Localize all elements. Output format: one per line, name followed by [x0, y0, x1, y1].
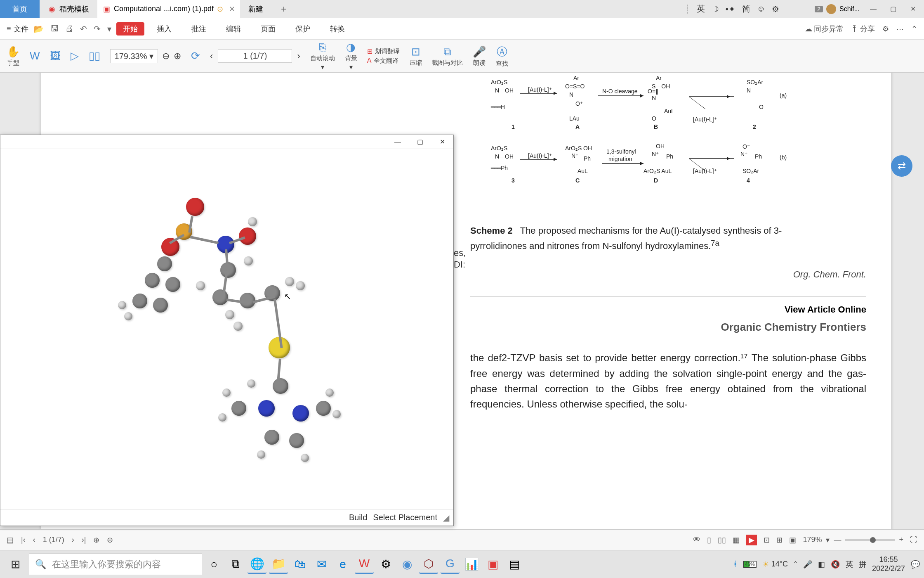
- tab-templates[interactable]: ◉ 稻壳模板: [40, 0, 97, 18]
- dropdown-icon[interactable]: ▾: [107, 24, 111, 34]
- tray-volume-icon[interactable]: 🔇: [831, 560, 840, 569]
- read-mode[interactable]: ▯▯: [89, 50, 100, 62]
- next-page-icon[interactable]: ›: [297, 51, 300, 62]
- taskview-icon[interactable]: ⧉: [226, 555, 245, 574]
- app3-icon[interactable]: ▣: [483, 555, 502, 574]
- mol-close-button[interactable]: ✕: [433, 136, 452, 148]
- new-tab-button[interactable]: +: [276, 1, 292, 17]
- smile-icon[interactable]: ☺: [757, 4, 765, 14]
- gaussview-icon[interactable]: G: [441, 555, 460, 574]
- zoom-out-status-icon[interactable]: —: [834, 535, 841, 544]
- undo-icon[interactable]: ↶: [80, 24, 87, 34]
- eye-icon[interactable]: 👁: [693, 535, 700, 544]
- ime-lang2[interactable]: 简: [742, 3, 750, 14]
- minimize-button[interactable]: —: [864, 1, 883, 17]
- tab-home[interactable]: 首页: [0, 0, 40, 18]
- sync-status[interactable]: ☁同步异常: [805, 24, 844, 34]
- app1-icon[interactable]: ◉: [398, 555, 417, 574]
- first-page-icon[interactable]: |‹: [21, 535, 26, 544]
- notification-icon[interactable]: 💬: [911, 560, 920, 569]
- more-icon[interactable]: ⋯: [896, 24, 904, 33]
- tab-pdf[interactable]: ▣ Computational ...i.com) (1).pdf ⊙ ✕: [97, 0, 240, 18]
- zoom-value[interactable]: 179.33% ▾: [110, 49, 158, 63]
- chemdraw-icon[interactable]: ⬡: [419, 555, 438, 574]
- collapse-icon[interactable]: ⌃: [911, 24, 917, 33]
- ime-lang1[interactable]: 英: [697, 3, 705, 14]
- menu-convert[interactable]: 转换: [323, 24, 352, 34]
- store-icon[interactable]: 🛍: [290, 555, 309, 574]
- gear-icon[interactable]: ⚙: [772, 4, 779, 14]
- wps-icon[interactable]: W: [355, 555, 374, 574]
- mail-icon[interactable]: ✉: [312, 555, 331, 574]
- settings-tb-icon[interactable]: ⚙: [376, 555, 395, 574]
- share-button[interactable]: ⭱分享: [851, 24, 875, 34]
- autoscroll-tool[interactable]: ⎘自动滚动▾: [310, 41, 335, 71]
- bluetooth-icon[interactable]: ᚼ: [733, 560, 738, 569]
- view2-icon[interactable]: ▯▯: [718, 535, 726, 545]
- tool1-icon[interactable]: ⊡: [764, 535, 770, 545]
- close-button[interactable]: ✕: [903, 1, 922, 17]
- menu-insert[interactable]: 插入: [149, 24, 179, 34]
- settings-icon[interactable]: ⚙: [882, 24, 889, 33]
- play-status-icon[interactable]: ▶: [746, 535, 757, 545]
- menu-protect[interactable]: 保护: [288, 24, 318, 34]
- prev-page-status-icon[interactable]: ‹: [33, 535, 35, 544]
- menu-edit[interactable]: 编辑: [219, 24, 248, 34]
- edge-icon[interactable]: 🌐: [248, 555, 266, 574]
- tray-arrow-icon[interactable]: ˄: [794, 560, 797, 569]
- tab-close-icon[interactable]: ✕: [229, 5, 235, 14]
- full-trans-tool[interactable]: A全文翻译: [367, 57, 400, 65]
- menu-annotate[interactable]: 批注: [184, 24, 214, 34]
- tray-ime-en[interactable]: 英: [846, 559, 853, 569]
- ime-dots[interactable]: •✦: [726, 4, 735, 14]
- background-tool[interactable]: ◑背景▾: [345, 41, 357, 71]
- tray-ime-pin[interactable]: 拼: [859, 559, 866, 569]
- tool3-icon[interactable]: ▣: [789, 535, 796, 545]
- maximize-button[interactable]: ▢: [884, 1, 903, 17]
- battery-indicator[interactable]: 46%: [743, 561, 757, 568]
- zoom-slider-thumb[interactable]: [870, 537, 876, 543]
- mol-select-button[interactable]: Select Placement: [373, 513, 437, 522]
- status-page[interactable]: 1 (1/7): [43, 535, 64, 544]
- compress-tool[interactable]: ⊡压缩: [410, 45, 422, 67]
- tool2-icon[interactable]: ⊞: [776, 535, 783, 545]
- profile-area[interactable]: 2 Schif...: [811, 4, 864, 14]
- explorer-icon[interactable]: 📁: [269, 555, 288, 574]
- last-page-icon[interactable]: ›|: [82, 535, 86, 544]
- tray-mic-icon[interactable]: 🎤: [803, 560, 812, 569]
- menu-start[interactable]: 开始: [116, 22, 144, 36]
- zoom-out-icon[interactable]: ⊖: [162, 51, 170, 62]
- clock[interactable]: 16:55 2022/2/27: [872, 555, 905, 573]
- cortana-icon[interactable]: ○: [205, 555, 224, 574]
- status-zoom-value[interactable]: 179%: [803, 535, 822, 544]
- hand-tool[interactable]: ✋手型: [7, 45, 20, 67]
- fullscreen-icon[interactable]: ⛶: [910, 535, 917, 544]
- floating-translate-button[interactable]: ⇄: [891, 155, 912, 177]
- app4-icon[interactable]: ▤: [505, 555, 524, 574]
- mol-maximize-button[interactable]: ▢: [410, 136, 429, 148]
- jump-out-icon[interactable]: ⊖: [107, 535, 113, 545]
- jump-icon[interactable]: ⊕: [93, 535, 99, 545]
- zoom-in-icon[interactable]: ⊕: [174, 51, 181, 62]
- readaloud-tool[interactable]: 🎤朗读: [473, 45, 486, 67]
- taskbar-search[interactable]: 🔍 在这里输入你要搜索的内容: [29, 554, 202, 575]
- menu-page[interactable]: 页面: [253, 24, 283, 34]
- mol-canvas[interactable]: ↖: [0, 149, 453, 509]
- mol-minimize-button[interactable]: —: [388, 136, 407, 148]
- print-icon[interactable]: 🖨: [65, 24, 73, 33]
- rotate-tool[interactable]: ⟳: [191, 50, 200, 62]
- open-icon[interactable]: 📂: [33, 24, 44, 34]
- mol-resize-icon[interactable]: ◢: [443, 513, 449, 523]
- mol-build-button[interactable]: Build: [349, 513, 367, 522]
- weather-indicator[interactable]: ☀14°C: [762, 560, 788, 569]
- app2-icon[interactable]: 📊: [462, 555, 481, 574]
- view1-icon[interactable]: ▯: [707, 535, 711, 545]
- sidebar-toggle-icon[interactable]: ▤: [7, 535, 14, 545]
- mol-titlebar[interactable]: — ▢ ✕: [0, 135, 453, 149]
- convert-word[interactable]: W: [30, 50, 40, 62]
- save-icon[interactable]: 🖫: [50, 24, 59, 33]
- tab-new[interactable]: 新建: [240, 0, 271, 18]
- page-input[interactable]: 1 (1/7): [218, 49, 292, 63]
- convert-image[interactable]: 🖼: [50, 50, 61, 62]
- next-page-status-icon[interactable]: ›: [72, 535, 74, 544]
